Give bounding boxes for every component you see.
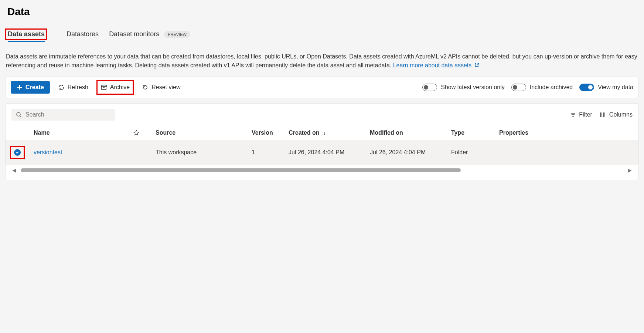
description: Data assets are immutable references to … <box>0 42 644 77</box>
sort-descending-icon: ↓ <box>323 130 326 136</box>
create-button[interactable]: Create <box>11 81 50 94</box>
search-icon <box>16 112 22 118</box>
page-title: Data <box>0 0 644 27</box>
col-header-favorite[interactable] <box>129 126 151 140</box>
svg-point-0 <box>17 112 20 116</box>
col-header-type[interactable]: Type <box>447 126 495 140</box>
refresh-button-label: Refresh <box>68 84 88 91</box>
filter-icon <box>570 112 576 118</box>
star-icon <box>133 130 139 136</box>
archive-icon <box>100 84 107 91</box>
col-header-name[interactable]: Name <box>29 126 129 140</box>
checkmark-icon <box>16 151 19 154</box>
col-header-checkbox[interactable] <box>6 126 29 140</box>
toggle-show-latest[interactable]: Show latest version only <box>422 84 505 91</box>
scroll-track[interactable] <box>21 168 623 172</box>
row-checkbox-checked[interactable] <box>14 149 21 156</box>
refresh-icon <box>58 84 65 91</box>
archive-button-label: Archive <box>110 84 130 91</box>
row-created-on: Jul 26, 2024 4:04 PM <box>284 140 365 165</box>
table-row[interactable]: versiontest This workspace 1 Jul 26, 202… <box>6 140 638 165</box>
learn-more-link[interactable]: Learn more about data assets <box>393 62 479 68</box>
row-name-link[interactable]: versiontest <box>34 149 62 155</box>
create-button-label: Create <box>25 84 44 91</box>
tab-dataset-monitors-label: Dataset monitors <box>109 30 159 38</box>
preview-badge: PREVIEW <box>164 31 190 38</box>
toggle-include-archived[interactable]: Include archived <box>511 84 573 91</box>
toggle-show-latest-switch[interactable] <box>422 84 437 91</box>
toolbar: Create Refresh Archive Reset view Show l… <box>5 77 639 98</box>
col-header-created-on[interactable]: Created on ↓ <box>284 126 365 140</box>
col-header-properties[interactable]: Properties <box>495 126 638 140</box>
table-controls: Filter Columns <box>6 104 638 126</box>
tabs: Data assets Datastores Dataset monitors … <box>0 27 644 42</box>
filter-button[interactable]: Filter <box>570 111 592 118</box>
row-modified-on: Jul 26, 2024 4:04 PM <box>365 140 447 165</box>
data-table: Name Source Version Created on ↓ Modifie… <box>6 126 638 165</box>
tab-dataset-monitors[interactable]: Dataset monitors PREVIEW <box>109 27 190 42</box>
scroll-right-icon[interactable]: ▶ <box>628 167 632 173</box>
table-card: Filter Columns Name Source Version Creat… <box>5 103 639 180</box>
reset-view-button[interactable]: Reset view <box>140 82 182 93</box>
filter-button-label: Filter <box>579 111 592 118</box>
row-type: Folder <box>447 140 495 165</box>
horizontal-scrollbar[interactable]: ◀ ▶ <box>6 165 638 175</box>
highlight-archive-button: Archive <box>96 80 134 95</box>
toggle-include-archived-label: Include archived <box>530 84 573 91</box>
scroll-thumb[interactable] <box>21 168 461 172</box>
col-header-modified-on[interactable]: Modified on <box>365 126 447 140</box>
toggle-view-my-data-switch[interactable] <box>579 84 594 91</box>
learn-more-link-text: Learn more about data assets <box>393 62 473 68</box>
columns-icon <box>600 112 606 118</box>
refresh-button[interactable]: Refresh <box>57 82 90 93</box>
toggle-view-my-data-label: View my data <box>598 84 633 91</box>
description-text: Data assets are immutable references to … <box>6 53 637 68</box>
tab-data-assets[interactable]: Data assets <box>8 27 45 41</box>
columns-button[interactable]: Columns <box>600 111 633 118</box>
archive-button[interactable]: Archive <box>99 82 131 93</box>
tab-datastores[interactable]: Datastores <box>67 27 99 42</box>
scroll-left-icon[interactable]: ◀ <box>12 167 16 173</box>
plus-icon <box>17 84 23 90</box>
row-version: 1 <box>247 140 284 165</box>
reset-view-button-label: Reset view <box>151 84 180 91</box>
col-header-version[interactable]: Version <box>247 126 284 140</box>
external-link-icon <box>474 63 479 68</box>
reset-icon <box>142 84 149 91</box>
highlight-row-checkbox <box>10 146 25 159</box>
col-header-source[interactable]: Source <box>151 126 247 140</box>
col-header-created-on-text: Created on <box>289 130 320 136</box>
row-source: This workspace <box>151 140 247 165</box>
search-box[interactable] <box>11 109 115 121</box>
search-input[interactable] <box>25 111 110 118</box>
highlight-data-assets-tab: Data assets <box>5 28 47 40</box>
columns-button-label: Columns <box>609 111 633 118</box>
toggle-show-latest-label: Show latest version only <box>441 84 505 91</box>
toggle-view-my-data[interactable]: View my data <box>579 84 633 91</box>
toggle-include-archived-switch[interactable] <box>511 84 526 91</box>
